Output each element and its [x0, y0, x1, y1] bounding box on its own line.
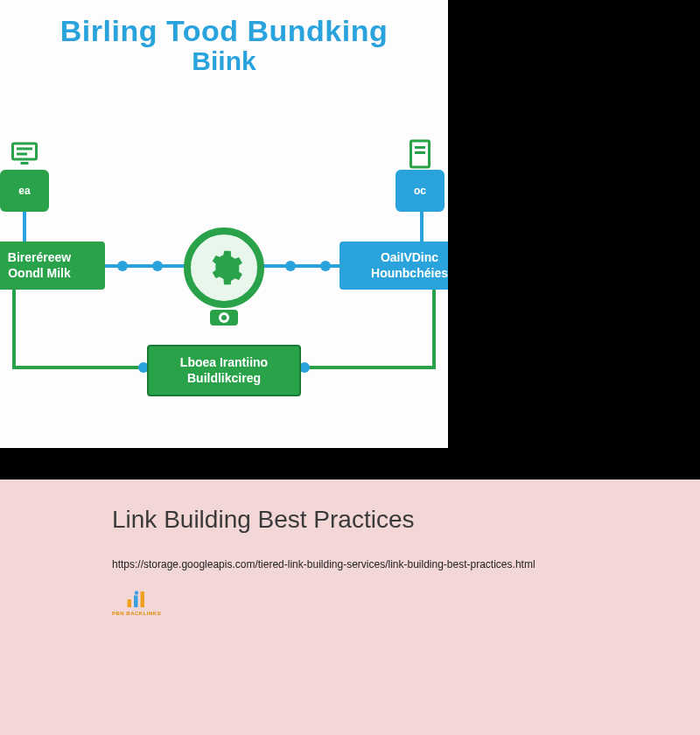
connector-left-v: [23, 210, 26, 245]
svg-rect-6: [415, 151, 425, 154]
diagram-title-line1: Birling Tood Bundking: [10, 14, 438, 48]
source-url[interactable]: https://storage.googleapis.com/tiered-li…: [112, 558, 668, 570]
connector-dot: [152, 261, 163, 271]
box-bottom-line1: Lboea Irantiino: [159, 355, 289, 371]
box-left-line1: Bireréreew: [0, 250, 94, 266]
svg-rect-2: [17, 148, 32, 150]
box-right-line1: OaiIVDinc: [350, 250, 448, 266]
svg-rect-10: [128, 599, 132, 607]
diagram-title-line2: Biink: [10, 46, 438, 76]
svg-point-13: [135, 591, 139, 595]
node-right-small: oc: [396, 170, 444, 212]
connector-dot: [320, 261, 331, 271]
connector-dot: [285, 261, 296, 271]
box-left-line2: Oondl Milk: [0, 266, 94, 282]
box-right: OaiIVDinc Hounbchéies: [340, 242, 448, 290]
svg-rect-1: [21, 162, 29, 164]
node-left-small: ea: [0, 170, 49, 212]
gear-icon: [204, 248, 244, 288]
box-left: Bireréreew Oondl Milk: [0, 242, 105, 290]
connector-green-left-v: [12, 282, 16, 369]
svg-rect-12: [141, 592, 145, 607]
connector-green-right-v: [432, 282, 436, 369]
logo[interactable]: PBN BACKLINKS: [112, 590, 668, 616]
logo-label: PBN BACKLINKS: [112, 611, 161, 616]
svg-rect-5: [415, 146, 425, 149]
box-bottom: Lboea Irantiino Buildlikcireg: [147, 345, 301, 396]
document-icon: [404, 138, 436, 170]
svg-rect-3: [17, 153, 27, 156]
diagram-panel: Birling Tood Bundking Biink ea oc: [0, 0, 448, 448]
gear-hub: [184, 228, 264, 308]
box-bottom-line2: Buildlikcireg: [159, 371, 289, 387]
connector-dot: [117, 261, 128, 271]
page-title: Link Building Best Practices: [112, 506, 668, 534]
svg-rect-0: [13, 144, 37, 159]
node-right-small-label: oc: [414, 185, 426, 197]
connector-green-left-h: [12, 366, 144, 369]
node-left-small-label: ea: [18, 185, 30, 197]
diagram-title: Birling Tood Bundking Biink: [0, 7, 448, 83]
camera-icon: [208, 306, 240, 327]
connector-right-v: [420, 210, 424, 245]
info-panel: Link Building Best Practices https://sto…: [0, 480, 700, 735]
backlinks-logo-icon: [123, 590, 150, 609]
box-right-line2: Hounbchéies: [350, 266, 448, 282]
monitor-icon: [9, 138, 40, 170]
connector-green-right-h: [304, 366, 436, 369]
svg-rect-11: [134, 596, 138, 608]
svg-point-9: [221, 315, 227, 320]
